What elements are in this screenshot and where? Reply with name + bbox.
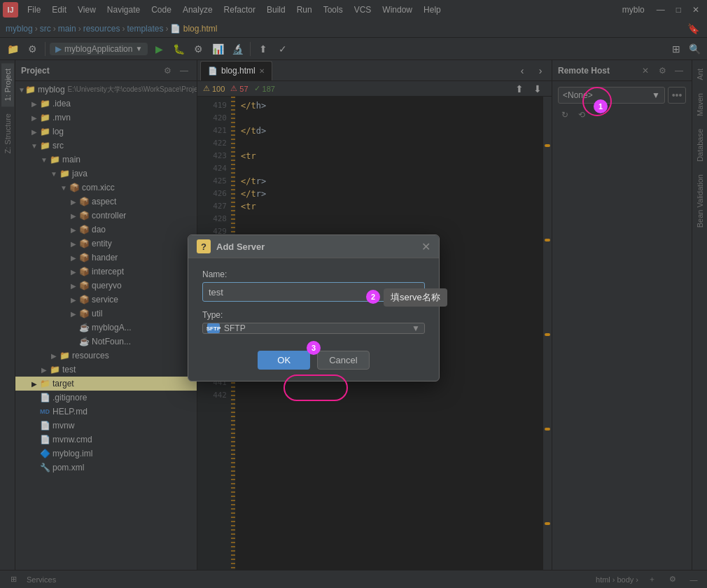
sftp-icon: SFTP: [207, 323, 220, 333]
type-select-arrow: ▼: [412, 323, 420, 333]
dialog-close-btn[interactable]: ✕: [421, 240, 430, 253]
type-label: Type:: [202, 310, 425, 320]
type-select[interactable]: SFTP SFTP ▼: [202, 323, 425, 334]
type-row: Type: SFTP SFTP ▼: [202, 310, 425, 334]
ok-button[interactable]: OK: [258, 351, 310, 370]
app-window: IJ File Edit View Navigate Code Analyze …: [0, 0, 707, 588]
dialog-title: Add Server: [216, 241, 416, 252]
add-server-dialog: ? Add Server ✕ Name: Type: SFTP SFTP ▼ O…: [188, 234, 440, 382]
cancel-button[interactable]: Cancel: [317, 351, 369, 370]
callout-1: 1: [594, 99, 608, 113]
tooltip-serve-name: 填serve名称: [384, 288, 447, 307]
type-value: SFTP: [224, 323, 246, 333]
callout-3: 3: [307, 341, 321, 355]
dialog-icon: ?: [197, 239, 211, 253]
callout-2: 2: [366, 290, 380, 304]
name-label: Name:: [202, 270, 425, 279]
dialog-titlebar: ? Add Server ✕: [188, 235, 439, 258]
